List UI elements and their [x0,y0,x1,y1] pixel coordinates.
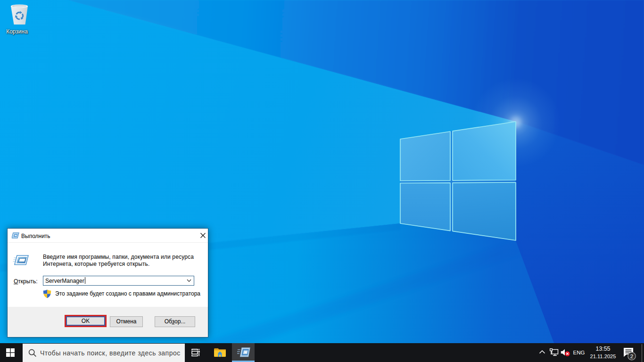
svg-text:2: 2 [630,354,633,359]
